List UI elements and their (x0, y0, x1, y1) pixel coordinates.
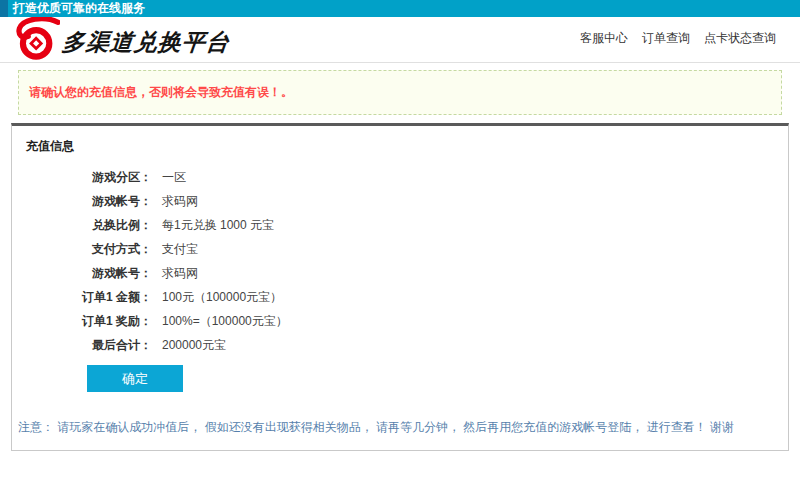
header-nav: 客服中心订单查询点卡状态查询 (580, 30, 776, 47)
site-logo[interactable]: 多渠道兑换平台 (14, 17, 230, 61)
row-value: 一区 (162, 169, 186, 186)
row-label: 兑换比例： (12, 217, 152, 234)
row-label: 支付方式： (12, 241, 152, 258)
slogan-text: 打造优质可靠的在线服务 (8, 0, 145, 17)
info-row: 订单1 金额：100元（100000元宝） (12, 285, 788, 309)
site-header: 多渠道兑换平台 客服中心订单查询点卡状态查询 (0, 17, 800, 63)
nav-link-0[interactable]: 客服中心 (580, 30, 628, 47)
row-value: 支付宝 (162, 241, 198, 258)
row-value: 200000元宝 (162, 337, 226, 354)
row-label: 游戏帐号： (12, 193, 152, 210)
row-value: 求码网 (162, 265, 198, 282)
footer-note: 注意： 请玩家在确认成功冲值后， 假如还没有出现获得相关物品， 请再等几分钟， … (12, 419, 788, 436)
info-row: 支付方式：支付宝 (12, 237, 788, 261)
row-value: 求码网 (162, 193, 198, 210)
info-row: 游戏帐号：求码网 (12, 189, 788, 213)
topbar-corner-accent (0, 0, 8, 17)
recharge-info-panel: 充值信息 游戏分区：一区游戏帐号：求码网兑换比例：每1元兑换 1000 元宝支付… (11, 123, 789, 451)
row-label: 最后合计： (12, 337, 152, 354)
row-label: 游戏帐号： (12, 265, 152, 282)
row-label: 订单1 奖励： (12, 313, 152, 330)
info-row: 订单1 奖励：100%=（100000元宝） (12, 309, 788, 333)
recharge-warning-banner: 请确认您的充值信息，否则将会导致充值有误！。 (18, 70, 782, 115)
row-value: 100%=（100000元宝） (162, 313, 288, 330)
row-label: 游戏分区： (12, 169, 152, 186)
row-label: 订单1 金额： (12, 289, 152, 306)
info-row: 游戏帐号：求码网 (12, 261, 788, 285)
row-value: 每1元兑换 1000 元宝 (162, 217, 274, 234)
info-row: 兑换比例：每1元兑换 1000 元宝 (12, 213, 788, 237)
panel-title: 充值信息 (12, 126, 788, 163)
info-rows: 游戏分区：一区游戏帐号：求码网兑换比例：每1元兑换 1000 元宝支付方式：支付… (12, 163, 788, 357)
logo-icon (14, 17, 60, 61)
nav-link-1[interactable]: 订单查询 (642, 30, 690, 47)
info-row: 游戏分区：一区 (12, 165, 788, 189)
logo-title: 多渠道兑换平台 (60, 27, 231, 58)
row-value: 100元（100000元宝） (162, 289, 282, 306)
top-slogan-bar: 打造优质可靠的在线服务 (0, 0, 800, 17)
info-row: 最后合计：200000元宝 (12, 333, 788, 357)
nav-link-2[interactable]: 点卡状态查询 (704, 30, 776, 47)
confirm-button[interactable]: 确定 (87, 365, 183, 392)
